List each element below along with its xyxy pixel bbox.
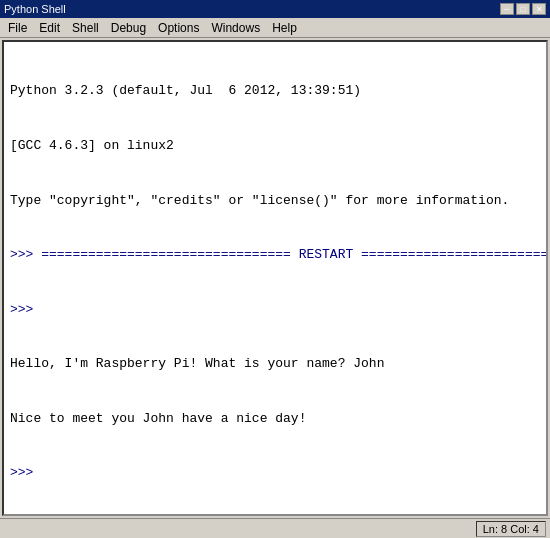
- menu-file[interactable]: File: [2, 19, 33, 37]
- shell-line-1: Python 3.2.3 (default, Jul 6 2012, 13:39…: [10, 82, 540, 100]
- maximize-button[interactable]: □: [516, 3, 530, 15]
- menu-edit[interactable]: Edit: [33, 19, 66, 37]
- shell-content: Python 3.2.3 (default, Jul 6 2012, 13:39…: [4, 42, 546, 516]
- menu-shell[interactable]: Shell: [66, 19, 105, 37]
- shell-line-2: [GCC 4.6.3] on linux2: [10, 137, 540, 155]
- minimize-button[interactable]: ─: [500, 3, 514, 15]
- title-bar-controls: ─ □ ✕: [500, 3, 546, 15]
- shell-line-8: >>>: [10, 464, 540, 482]
- close-button[interactable]: ✕: [532, 3, 546, 15]
- status-bar: Ln: 8 Col: 4: [0, 518, 550, 538]
- cursor-position: Ln: 8 Col: 4: [476, 521, 546, 537]
- menu-bar: File Edit Shell Debug Options Windows He…: [0, 18, 550, 38]
- shell-line-4: >>> ================================ RES…: [10, 246, 540, 264]
- title-bar-title: Python Shell: [4, 3, 66, 15]
- shell-line-5: >>>: [10, 301, 540, 319]
- menu-windows[interactable]: Windows: [205, 19, 266, 37]
- menu-help[interactable]: Help: [266, 19, 303, 37]
- menu-options[interactable]: Options: [152, 19, 205, 37]
- title-bar: Python Shell ─ □ ✕: [0, 0, 550, 18]
- menu-debug[interactable]: Debug: [105, 19, 152, 37]
- shell-line-7: Nice to meet you John have a nice day!: [10, 410, 540, 428]
- shell-line-6: Hello, I'm Raspberry Pi! What is your na…: [10, 355, 540, 373]
- shell-window[interactable]: Python 3.2.3 (default, Jul 6 2012, 13:39…: [2, 40, 548, 516]
- shell-line-3: Type "copyright", "credits" or "license(…: [10, 192, 540, 210]
